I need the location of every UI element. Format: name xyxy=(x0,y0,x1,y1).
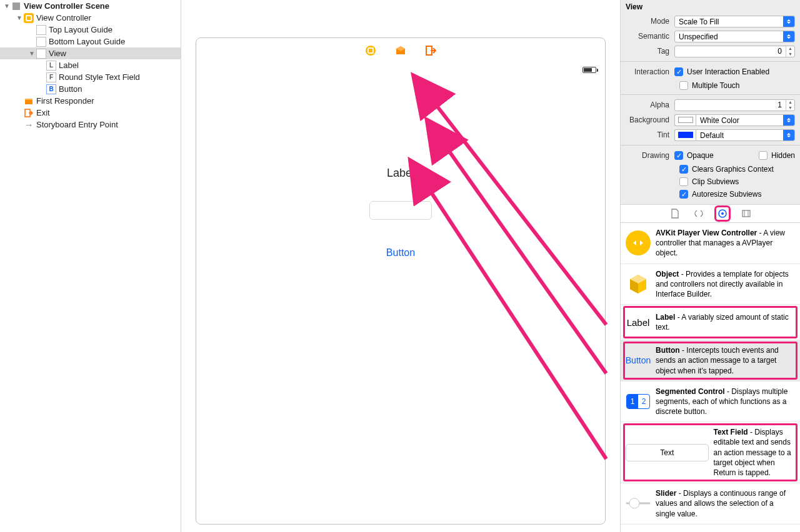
outline-item-first-responder[interactable]: First Responder xyxy=(0,95,181,107)
object-library-tab[interactable] xyxy=(716,207,729,220)
user-interaction-label: User Interaction Enabled xyxy=(687,67,769,76)
outline-label: View xyxy=(49,49,66,58)
user-interaction-checkbox[interactable] xyxy=(674,67,683,76)
outline-item-text-field[interactable]: F Round Style Text Field xyxy=(0,71,181,83)
library-item-object[interactable]: Object - Provides a template for objects… xyxy=(621,264,800,305)
library-item-avkit[interactable]: AVKit Player View Controller - A view co… xyxy=(621,223,800,264)
background-value: White Color xyxy=(696,115,783,126)
disclosure-icon[interactable]: ▼ xyxy=(29,50,35,57)
mode-select[interactable]: Scale To Fill xyxy=(674,16,795,27)
multiple-touch-row: Multiple Touch xyxy=(621,79,800,92)
stepper-buttons[interactable]: ▲▼ xyxy=(786,100,794,111)
outline-label: Bottom Layout Guide xyxy=(49,37,125,46)
stepper-buttons[interactable]: ▲▼ xyxy=(786,46,794,57)
outline-label: Label xyxy=(59,61,79,70)
alpha-label: Alpha xyxy=(626,101,674,109)
button-icon: B xyxy=(46,84,56,94)
app-root: ▼ View Controller Scene ▼ View Controlle… xyxy=(0,0,800,532)
alpha-stepper[interactable]: 1 ▲▼ xyxy=(674,99,795,111)
mode-row: Mode Scale To Fill xyxy=(621,14,800,29)
library-item-text: Label - A variably sized amount of stati… xyxy=(656,312,795,332)
semantic-select[interactable]: Unspecified xyxy=(674,31,795,42)
opaque-checkbox[interactable] xyxy=(674,151,683,160)
caret-icon xyxy=(783,130,794,140)
tint-label: Tint xyxy=(626,131,674,139)
clip-checkbox[interactable] xyxy=(679,177,688,186)
outline-item-view[interactable]: ▼ View xyxy=(0,47,181,59)
segmented-thumb: 12 xyxy=(626,389,651,414)
battery-icon xyxy=(582,67,596,73)
storyboard-canvas[interactable]: Label Button xyxy=(181,0,620,532)
library-item-segmented[interactable]: 12Segmented Control - Displays multiple … xyxy=(621,382,800,423)
object-library[interactable]: AVKit Player View Controller - A view co… xyxy=(621,223,800,532)
outline-item-exit[interactable]: Exit xyxy=(0,107,181,119)
hidden-checkbox[interactable] xyxy=(759,151,768,160)
disclosure-icon[interactable]: ▼ xyxy=(16,14,22,21)
library-item-textfield[interactable]: TextText Field - Displays editable text … xyxy=(621,422,800,483)
attributes-inspector: View Mode Scale To Fill Semantic Unspeci… xyxy=(621,0,800,204)
library-item-slider[interactable]: Slider - Displays a continuous range of … xyxy=(621,483,800,525)
outline-label: First Responder xyxy=(36,96,94,106)
library-item-text: Button - Intercepts touch events and sen… xyxy=(656,345,795,376)
background-select[interactable]: White Color xyxy=(696,114,795,126)
scene-icon xyxy=(11,1,21,11)
tag-value: 0 xyxy=(675,46,786,57)
vc-toolbar-icon[interactable] xyxy=(365,45,376,56)
hidden-label: Hidden xyxy=(771,151,795,160)
svg-point-16 xyxy=(629,498,639,508)
scene-header[interactable]: ▼ View Controller Scene xyxy=(0,0,181,12)
avkit-icon xyxy=(626,230,651,255)
canvas-ui-label[interactable]: Label xyxy=(196,167,605,180)
outline-item-view-controller[interactable]: ▼ View Controller xyxy=(0,12,181,24)
drawing-row: Drawing Opaque Hidden xyxy=(621,148,800,163)
caret-icon xyxy=(783,115,794,126)
library-item-label[interactable]: LabelLabel - A variably sized amount of … xyxy=(621,305,800,340)
object-icon xyxy=(626,272,651,297)
library-item-button[interactable]: ButtonButton - Intercepts touch events a… xyxy=(621,340,800,382)
svg-rect-0 xyxy=(12,2,20,10)
exit-icon xyxy=(24,108,34,118)
media-library-tab[interactable] xyxy=(740,207,752,220)
code-snippet-tab[interactable] xyxy=(692,207,705,220)
alpha-row: Alpha 1 ▲▼ xyxy=(621,97,800,112)
outline-label: Button xyxy=(59,84,82,94)
exit-toolbar-icon[interactable] xyxy=(425,45,436,56)
multiple-touch-label: Multiple Touch xyxy=(692,81,740,90)
textfield-thumb: Text xyxy=(626,444,709,461)
first-responder-toolbar-icon[interactable] xyxy=(395,45,406,56)
autoresize-checkbox[interactable] xyxy=(679,190,688,199)
label-icon: L xyxy=(46,61,56,71)
tag-stepper[interactable]: 0 ▲▼ xyxy=(674,46,795,57)
mode-value: Scale To Fill xyxy=(675,16,783,27)
tag-row: Tag 0 ▲▼ xyxy=(621,44,800,59)
tag-label: Tag xyxy=(626,47,674,56)
canvas-ui-button[interactable]: Button xyxy=(196,247,605,259)
tint-select[interactable]: Default xyxy=(696,129,795,141)
file-template-tab[interactable] xyxy=(669,207,681,220)
device-frame[interactable]: Label Button xyxy=(196,37,606,525)
outline-item-bottom-guide[interactable]: Bottom Layout Guide xyxy=(0,36,181,47)
outline-item-label[interactable]: L Label xyxy=(0,59,181,71)
semantic-label: Semantic xyxy=(626,32,674,41)
outline-item-button[interactable]: B Button xyxy=(0,83,181,95)
caret-icon xyxy=(783,31,794,42)
outline-item-top-guide[interactable]: Top Layout Guide xyxy=(0,24,181,36)
label-thumb: Label xyxy=(626,310,651,335)
disclosure-icon[interactable]: ▼ xyxy=(4,2,10,9)
outline-label: Exit xyxy=(36,108,50,117)
outline-label: Top Layout Guide xyxy=(49,25,112,34)
outline-label: Storyboard Entry Point xyxy=(36,120,118,129)
background-label: Background xyxy=(626,116,674,124)
document-outline[interactable]: ▼ View Controller Scene ▼ View Controlle… xyxy=(0,0,181,532)
background-swatch[interactable] xyxy=(674,114,696,126)
outline-label: Round Style Text Field xyxy=(59,72,140,82)
library-item-text: Object - Provides a template for objects… xyxy=(656,269,795,300)
entry-point-icon: → xyxy=(24,120,34,130)
canvas-ui-text-field[interactable] xyxy=(369,201,432,220)
clears-checkbox[interactable] xyxy=(679,165,688,174)
outline-item-entry-point[interactable]: → Storyboard Entry Point xyxy=(0,119,181,131)
library-item-text: Segmented Control - Displays multiple se… xyxy=(656,387,795,417)
right-panel: View Mode Scale To Fill Semantic Unspeci… xyxy=(620,0,800,532)
tint-swatch[interactable] xyxy=(674,129,696,141)
multiple-touch-checkbox[interactable] xyxy=(679,81,688,90)
